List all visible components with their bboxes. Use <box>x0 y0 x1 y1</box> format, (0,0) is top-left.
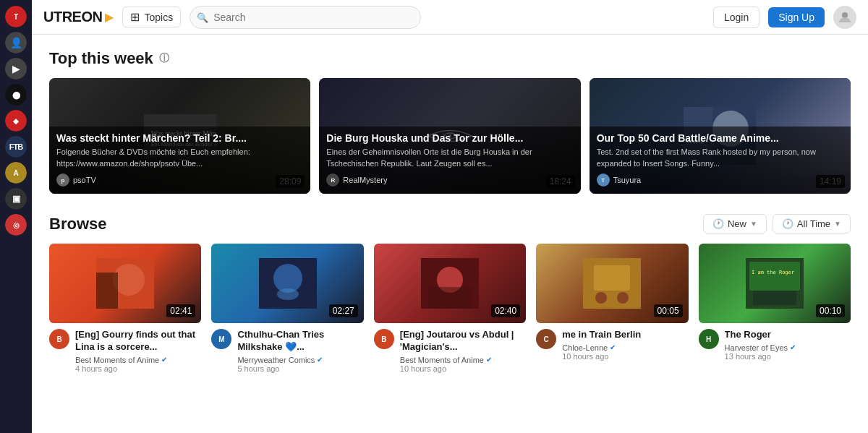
svg-point-0 <box>842 12 848 18</box>
browse-card-1-info: B [Eng] Gourry finds out that Lina is a … <box>49 329 201 373</box>
top-card-3[interactable]: Anime 14:19 Our Top 50 Card Battle/Game … <box>590 78 851 194</box>
svg-point-17 <box>277 288 299 300</box>
channel-avatar-2: R <box>326 173 339 187</box>
browse-card-3-title: [Eng] Joutarou vs Abdul | 'Magician's... <box>400 329 526 353</box>
browse-channel-avatar-2: M <box>211 329 231 349</box>
top-card-2-title: Die Burg Houska und Das Tor zur Hölle... <box>326 132 573 144</box>
top-card-2-desc: Eines der Geheimnisvollen Orte ist die B… <box>326 147 573 169</box>
svg-text:I am the Roger: I am the Roger <box>752 270 794 275</box>
topics-label: Topics <box>144 12 173 23</box>
sidebar-item-8[interactable]: ▣ <box>5 188 27 210</box>
sidebar-play-btn[interactable]: ▶ <box>5 58 27 80</box>
top-grid: Was steckt hinter Märche Ein Märchen der… <box>49 78 851 194</box>
top-card-1[interactable]: Was steckt hinter Märche Ein Märchen der… <box>49 78 310 194</box>
filter-new-button[interactable]: 🕐 New ▼ <box>703 214 767 233</box>
top-card-3-title: Our Top 50 Card Battle/Game Anime... <box>597 132 843 144</box>
browse-card-5-channel: Harvester of Eyes ✔ <box>725 343 796 352</box>
sidebar-item-1[interactable]: T <box>5 6 27 27</box>
browse-section-title: Browse <box>49 215 106 233</box>
signup-button[interactable]: Sign Up <box>768 7 825 27</box>
browse-card-1-channel: Best Moments of Anime ✔ <box>75 356 201 364</box>
info-icon: ⓘ <box>159 52 169 65</box>
sidebar-item-4[interactable]: ⬤ <box>5 84 27 106</box>
login-button[interactable]: Login <box>713 7 760 28</box>
sidebar-item-6[interactable]: FTB <box>5 136 27 158</box>
browse-card-4-meta: 10 hours ago <box>562 352 641 361</box>
verified-icon-4: ✔ <box>610 343 616 351</box>
sidebar-item-7[interactable]: A <box>5 162 27 184</box>
browse-card-5-meta: 13 hours ago <box>725 352 796 361</box>
browse-card-5[interactable]: I am the Roger 00:10 H The Roger Harvest… <box>699 244 851 373</box>
top-card-1-desc: Folgende Bücher & DVDs möchte ich Euch e… <box>56 147 303 169</box>
browse-card-1-title: [Eng] Gourry finds out that Lina is a so… <box>75 329 201 353</box>
channel-name-2: RealMystery <box>343 176 387 184</box>
browse-card-2-title: Cthulhu-Chan Tries Milkshake 💙... <box>237 329 363 353</box>
channel-name-3: Tsuyura <box>613 176 642 184</box>
search-icon: 🔍 <box>197 12 208 22</box>
channel-avatar-1: p <box>56 173 69 187</box>
browse-thumb-1: 02:41 <box>49 244 201 323</box>
browse-card-3[interactable]: 02:40 B [Eng] Joutarou vs Abdul | 'Magic… <box>374 244 526 373</box>
main-wrapper: UTREON ▶ ⊞ Topics 🔍 Login Sign Up Top th… <box>32 0 868 433</box>
filter-alltime-button[interactable]: 🕐 All Time ▼ <box>773 214 851 233</box>
topics-grid-icon: ⊞ <box>130 10 140 24</box>
top-section-title: Top this week ⓘ <box>49 49 851 68</box>
browse-card-1-meta: 4 hours ago <box>75 364 201 373</box>
svg-rect-14 <box>96 273 118 309</box>
verified-icon-5: ✔ <box>790 343 796 351</box>
channel-name-1: psoTV <box>73 176 96 184</box>
svg-rect-28 <box>753 291 796 305</box>
duration-badge-b4: 00:05 <box>654 304 683 317</box>
sidebar: T 👤 ▶ ⬤ ◆ FTB A ▣ ◎ <box>0 0 32 433</box>
top-card-3-info: Our Top 50 Card Battle/Game Anime... Tes… <box>590 127 851 194</box>
content-area: Top this week ⓘ Was steckt hinter Märche… <box>32 35 868 433</box>
user-avatar[interactable] <box>833 6 856 29</box>
svg-point-23 <box>595 292 607 304</box>
duration-badge-b2: 02:27 <box>329 304 358 317</box>
logo[interactable]: UTREON ▶ <box>43 9 114 25</box>
browse-channel-avatar-5: H <box>699 329 719 349</box>
browse-card-3-meta: 10 hours ago <box>400 364 526 373</box>
browse-channel-avatar-3: B <box>374 329 394 349</box>
sidebar-item-2[interactable]: 👤 <box>5 32 27 53</box>
browse-card-2-channel: Merryweather Comics ✔ <box>237 356 363 364</box>
clock-icon: 🕐 <box>712 218 724 229</box>
browse-channel-avatar-4: C <box>536 329 556 349</box>
search-input[interactable] <box>190 6 421 29</box>
browse-thumb-4: 00:05 <box>536 244 688 323</box>
logo-arrow-icon: ▶ <box>105 10 114 24</box>
browse-card-1[interactable]: 02:41 B [Eng] Gourry finds out that Lina… <box>49 244 201 373</box>
browse-card-2-info: M Cthulhu-Chan Tries Milkshake 💙... Merr… <box>211 329 363 373</box>
sidebar-item-9[interactable]: ◎ <box>5 214 27 236</box>
top-card-1-info: Was steckt hinter Märchen? Teil 2: Br...… <box>49 127 310 194</box>
topics-button[interactable]: ⊞ Topics <box>122 7 181 27</box>
chevron-down-icon: ▼ <box>750 220 757 228</box>
browse-card-3-channel: Best Moments of Anime ✔ <box>400 356 526 364</box>
header: UTREON ▶ ⊞ Topics 🔍 Login Sign Up <box>32 0 868 35</box>
top-card-3-channel: T Tsuyura <box>597 173 843 187</box>
browse-card-4[interactable]: 00:05 C me in Train Berlin Chloe-Lenne ✔… <box>536 244 688 373</box>
duration-badge-b5: 00:10 <box>816 304 845 317</box>
browse-card-2-meta: 5 hours ago <box>237 364 363 373</box>
top-card-2[interactable]: 18:24 Die Burg Houska und Das Tor zur Hö… <box>319 78 580 194</box>
top-card-2-channel: R RealMystery <box>326 173 573 187</box>
browse-card-4-channel: Chloe-Lenne ✔ <box>562 343 641 352</box>
browse-grid: 02:41 B [Eng] Gourry finds out that Lina… <box>49 244 851 373</box>
browse-filters: 🕐 New ▼ 🕐 All Time ▼ <box>703 214 851 233</box>
verified-icon-2: ✔ <box>317 356 323 364</box>
chevron-down-icon-2: ▼ <box>834 220 841 228</box>
verified-icon-3: ✔ <box>486 356 492 364</box>
browse-thumb-3: 02:40 <box>374 244 526 323</box>
top-card-3-desc: Test. 2nd set of the first Mass Rank hos… <box>597 147 843 169</box>
browse-header: Browse 🕐 New ▼ 🕐 All Time ▼ <box>49 214 851 233</box>
duration-badge-b1: 02:41 <box>166 304 195 317</box>
search-container: 🔍 <box>190 6 421 29</box>
top-card-1-title: Was steckt hinter Märchen? Teil 2: Br...… <box>56 132 303 144</box>
browse-card-5-title: The Roger <box>725 329 796 341</box>
alltime-clock-icon: 🕐 <box>782 218 793 229</box>
browse-card-2[interactable]: 02:27 M Cthulhu-Chan Tries Milkshake 💙..… <box>211 244 363 373</box>
sidebar-item-5[interactable]: ◆ <box>5 110 27 132</box>
svg-rect-20 <box>428 287 472 309</box>
duration-badge-b3: 02:40 <box>491 304 520 317</box>
svg-rect-26 <box>749 262 800 291</box>
